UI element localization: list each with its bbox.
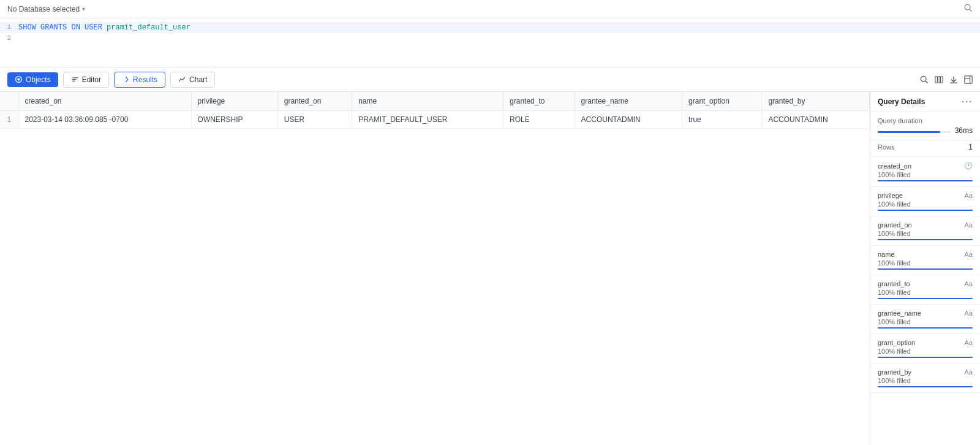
panel-col-bar [878,357,973,358]
col-header-created_on[interactable]: created_on [18,92,191,111]
svg-rect-6 [72,81,75,82]
svg-rect-4 [72,77,78,78]
search-icon[interactable] [920,75,929,84]
editor-line-1: 1 SHOW GRANTS ON USER pramit_default_use… [0,22,980,33]
col-type-icon: Aa [965,339,973,346]
cell-granted_to: ROLE [503,111,575,129]
panel-col-grant_option: grant_option Aa 100% filled [870,334,980,363]
rows-label: Rows [878,143,895,151]
line-number-2: 2 [0,34,18,42]
db-label: No Database selected [7,5,80,13]
panel-col-filled: 100% filled [878,200,973,208]
panel-col-bar [878,268,973,270]
line-number-1: 1 [0,23,18,31]
panel-col-name-label: grantee_name Aa [878,310,973,317]
col-header-grant_option[interactable]: grant_option [682,92,762,111]
results-button[interactable]: Results [114,72,165,88]
cell-granted_by: ACCOUNTADMIN [762,111,870,129]
col-type-icon: Aa [965,310,973,317]
cell-row_num: 1 [0,111,18,129]
svg-rect-5 [72,79,76,80]
col-type-icon: Aa [965,251,973,258]
chart-button[interactable]: Chart [170,72,215,88]
main-content: created_on privilege granted_on name gra… [0,92,980,445]
editor-button[interactable]: Editor [63,72,109,88]
query-duration-section: Query duration 36ms [870,112,980,140]
panel-col-filled: 100% filled [878,289,973,296]
editor-line-2: 2 [0,33,980,44]
table-row: 12023-03-14 03:36:09.085 -0700OWNERSHIPU… [0,111,870,129]
col-header-name[interactable]: name [352,92,503,111]
panel-col-name-label: name Aa [878,251,973,258]
col-type-icon: Aa [965,368,973,376]
columns-icon[interactable] [935,75,943,84]
rows-value: 1 [968,143,973,151]
panel-col-name-label: created_on 🕐 [878,162,973,170]
results-table: created_on privilege granted_on name gra… [0,92,870,129]
cell-name: PRAMIT_DEFAULT_USER [352,111,503,129]
panel-col-bar [878,180,973,181]
panel-col-filled: 100% filled [878,348,973,355]
cell-grantee_name: ACCOUNTADMIN [575,111,682,129]
col-type-icon: 🕐 [964,162,973,170]
table-area[interactable]: created_on privilege granted_on name gra… [0,92,870,445]
editor-area[interactable]: 1 SHOW GRANTS ON USER pramit_default_use… [0,18,980,67]
top-search-icon[interactable] [964,4,973,14]
panel-col-bar [878,386,973,387]
cell-created_on: 2023-03-14 03:36:09.085 -0700 [18,111,191,129]
col-header-privilege[interactable]: privilege [191,92,277,111]
col-header-grantee_name[interactable]: grantee_name [575,92,682,111]
top-bar: No Database selected ▾ [0,0,980,18]
panel-col-name-label: grant_option Aa [878,339,973,346]
table-header-row: created_on privilege granted_on name gra… [0,92,870,111]
panel-col-name-label: granted_on Aa [878,221,973,229]
svg-line-8 [925,81,927,83]
col-type-icon: Aa [965,280,973,287]
panel-col-filled: 100% filled [878,259,973,267]
db-selector[interactable]: No Database selected ▾ [7,5,85,13]
panel-col-name: name Aa 100% filled [870,246,980,275]
panel-col-grantee_name: grantee_name Aa 100% filled [870,305,980,334]
col-type-icon: Aa [965,221,973,229]
row-num-header [0,92,18,111]
panel-col-filled: 100% filled [878,171,973,178]
panel-menu-icon[interactable]: ··· [962,97,973,107]
col-header-granted_on[interactable]: granted_on [277,92,352,111]
col-header-granted_to[interactable]: granted_to [503,92,575,111]
cell-grant_option: true [682,111,762,129]
column-details: created_on 🕐 100% filled privilege Aa 10… [870,157,980,393]
rows-section: Rows 1 [870,140,980,157]
panel-col-bar [878,327,973,329]
panel-col-granted_by: granted_by Aa 100% filled [870,363,980,393]
toolbar-right [920,75,973,84]
right-panel: Query Details ··· Query duration 36ms Ro… [870,92,980,445]
panel-col-filled: 100% filled [878,230,973,237]
panel-col-bar [878,210,973,211]
panel-col-bar [878,239,973,240]
svg-rect-10 [938,76,940,83]
download-icon[interactable] [949,75,958,84]
col-header-granted_by[interactable]: granted_by [762,92,870,111]
toolbar: Objects Editor Results Chart [0,67,980,92]
panel-col-bar [878,298,973,299]
query-duration-label: Query duration [878,117,973,124]
panel-col-granted_on: granted_on Aa 100% filled [870,216,980,246]
cell-privilege: OWNERSHIP [191,111,277,129]
panel-col-created_on: created_on 🕐 100% filled [870,157,980,187]
panel-col-name-label: granted_by Aa [878,368,973,376]
db-chevron-icon: ▾ [82,6,85,12]
panel-col-name-label: granted_to Aa [878,280,973,287]
panel-col-filled: 100% filled [878,377,973,384]
objects-button[interactable]: Objects [7,72,58,87]
svg-rect-11 [941,76,943,83]
panel-title: Query Details [878,97,925,106]
col-type-icon: Aa [965,192,973,199]
svg-point-3 [17,78,20,80]
query-duration-value: 36ms [955,126,973,135]
line-content-2 [18,34,980,43]
line-content-1: SHOW GRANTS ON USER pramit_default_user [18,23,980,32]
panel-header: Query Details ··· [870,92,980,112]
cell-granted_on: USER [277,111,352,129]
layout-icon[interactable] [964,75,973,84]
panel-col-privilege: privilege Aa 100% filled [870,187,980,216]
